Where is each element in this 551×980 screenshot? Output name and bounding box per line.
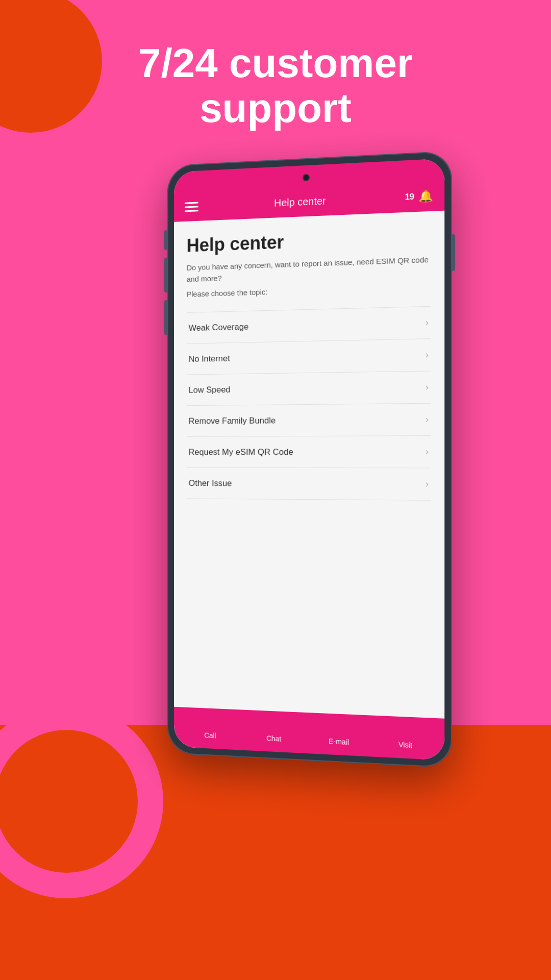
hamburger-line-1 — [185, 202, 198, 204]
help-center-content: Help center Do you have any concern, wan… — [174, 211, 444, 719]
hamburger-menu-icon[interactable] — [185, 202, 198, 212]
phone-power-button — [452, 234, 455, 271]
topic-list: Weak Coverage›No Internet›Low Speed›Remo… — [187, 306, 431, 501]
hamburger-line-2 — [185, 206, 198, 208]
topic-item-3[interactable]: Remove Family Bundle› — [187, 404, 431, 437]
tab-call-label: Call — [204, 731, 216, 740]
phone-volume-up-button — [164, 258, 167, 292]
topic-item-2[interactable]: Low Speed› — [187, 371, 431, 406]
topic-item-1[interactable]: No Internet› — [187, 339, 431, 375]
phone-screen: Help center 19 🔔 Help center Do you have… — [174, 158, 444, 760]
topic-label-2: Low Speed — [189, 384, 231, 395]
phone-device: Help center 19 🔔 Help center Do you have… — [167, 151, 452, 768]
headline: 7/24 customer support — [0, 41, 551, 131]
help-center-heading: Help center — [187, 226, 431, 256]
topic-item-5[interactable]: Other Issue› — [187, 468, 431, 501]
topic-label-4: Request My eSIM QR Code — [189, 447, 293, 457]
topic-label-0: Weak Coverage — [189, 322, 249, 333]
topic-label-1: No Internet — [189, 353, 230, 364]
chevron-right-icon-0: › — [425, 317, 429, 328]
topic-item-4[interactable]: Request My eSIM QR Code› — [187, 436, 431, 468]
tab-email[interactable]: E-mail — [321, 720, 357, 747]
notification-count: 19 — [405, 192, 414, 202]
topic-label-5: Other Issue — [189, 478, 232, 488]
topic-label-3: Remove Family Bundle — [189, 415, 276, 426]
bell-icon[interactable]: 🔔 — [418, 189, 433, 204]
chevron-right-icon-4: › — [425, 446, 429, 457]
tab-visit-label: Visit — [398, 741, 412, 750]
chevron-right-icon-2: › — [425, 382, 429, 393]
nav-right-actions: 19 🔔 — [405, 189, 433, 204]
chevron-right-icon-5: › — [425, 479, 429, 489]
tab-chat-label: Chat — [266, 734, 281, 743]
tab-call[interactable]: Call — [193, 715, 227, 740]
tab-email-label: E-mail — [329, 737, 349, 746]
front-camera — [303, 174, 310, 182]
tab-chat[interactable]: Chat — [256, 718, 291, 744]
chevron-right-icon-1: › — [425, 350, 429, 361]
nav-title: Help center — [274, 195, 326, 209]
phone-wrapper: Help center 19 🔔 Help center Do you have… — [71, 158, 541, 761]
help-center-subtitle: Do you have any concern, want to report … — [187, 254, 431, 285]
hamburger-line-3 — [185, 210, 198, 212]
help-center-instruction: Please choose the topic: — [187, 283, 431, 299]
headline-line1: 7/24 customer — [138, 40, 413, 86]
topic-item-0[interactable]: Weak Coverage› — [187, 306, 431, 344]
chevron-right-icon-3: › — [425, 414, 429, 425]
headline-line2: support — [199, 85, 352, 131]
tab-visit[interactable]: Visit — [387, 723, 424, 750]
phone-volume-down-button — [164, 300, 167, 335]
phone-mute-button — [164, 230, 167, 250]
